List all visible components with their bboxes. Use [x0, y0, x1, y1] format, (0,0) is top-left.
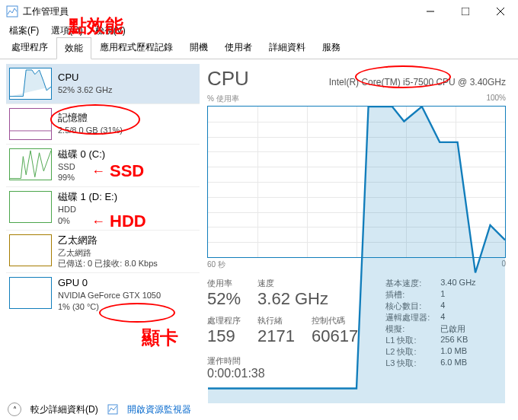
sidebar-item-ethernet[interactable]: 乙太網路 乙太網路 已傳送: 0 已接收: 8.0 Kbps — [6, 230, 200, 272]
tab-startup[interactable]: 開機 — [181, 37, 216, 59]
performance-sidebar: CPU 52% 3.62 GHz 記憶體 2.5/8.0 GB (31%) 磁碟… — [0, 59, 200, 399]
resmon-icon — [107, 404, 118, 415]
eth-title: 乙太網路 — [58, 234, 158, 247]
main-panel: CPU Intel(R) Core(TM) i5-7500 CPU @ 3.40… — [200, 59, 518, 399]
disk1-thumb — [9, 191, 52, 223]
sidebar-item-disk1[interactable]: 磁碟 1 (D: E:) HDD 0% — [6, 186, 200, 229]
tab-app-history[interactable]: 應用程式歷程記錄 — [91, 37, 181, 59]
tab-users[interactable]: 使用者 — [216, 37, 261, 59]
sidebar-item-memory[interactable]: 記憶體 2.5/8.0 GB (31%) — [6, 103, 200, 144]
disk0-sub1: SSD — [58, 161, 105, 172]
gpu-thumb — [9, 277, 52, 309]
memory-thumb — [9, 108, 52, 140]
minimize-button[interactable] — [413, 0, 448, 23]
cpu-usage-chart — [207, 106, 506, 258]
disk0-thumb — [9, 148, 52, 180]
eth-thumb — [9, 234, 52, 266]
maximize-button[interactable] — [448, 0, 483, 23]
sidebar-item-gpu0[interactable]: GPU 0 NVIDIA GeForce GTX 1050 1% (30 °C) — [6, 272, 200, 315]
tab-processes[interactable]: 處理程序 — [3, 37, 56, 59]
window-controls — [413, 0, 518, 23]
cpu-thumb — [9, 68, 52, 100]
sidebar-item-disk0[interactable]: 磁碟 0 (C:) SSD 99% — [6, 144, 200, 186]
fewer-details-toggle[interactable]: ˄ — [8, 402, 21, 416]
content-area: CPU 52% 3.62 GHz 記憶體 2.5/8.0 GB (31%) 磁碟… — [0, 59, 518, 399]
y-axis-label: % 使用率 — [207, 94, 239, 104]
gpu-sub1: NVIDIA GeForce GTX 1050 — [58, 290, 161, 301]
memory-title: 記憶體 — [58, 112, 123, 125]
disk1-sub2: 0% — [58, 215, 117, 226]
gpu-title: GPU 0 — [58, 277, 161, 290]
disk1-title: 磁碟 1 (D: E:) — [58, 191, 117, 204]
close-button[interactable] — [483, 0, 518, 23]
open-resmon-link[interactable]: 開啟資源監視器 — [127, 403, 191, 416]
cpu-sub: 52% 3.62 GHz — [58, 84, 113, 95]
disk0-title: 磁碟 0 (C:) — [58, 148, 105, 161]
svg-marker-5 — [208, 107, 505, 403]
memory-sub: 2.5/8.0 GB (31%) — [58, 125, 123, 135]
sidebar-item-cpu[interactable]: CPU 52% 3.62 GHz — [6, 64, 200, 103]
footer-bar: ˄ 較少詳細資料(D) 開啟資源監視器 — [0, 399, 518, 420]
tab-performance[interactable]: 效能 — [56, 37, 91, 59]
gpu-sub2: 1% (30 °C) — [58, 301, 161, 312]
tab-services[interactable]: 服務 — [314, 37, 349, 59]
cpu-model-name: Intel(R) Core(TM) i5-7500 CPU @ 3.40GHz — [329, 77, 506, 88]
window-title: 工作管理員 — [23, 5, 413, 18]
svg-rect-0 — [7, 6, 18, 17]
menubar: 檔案(F) 選項(O) 檢視(V) — [0, 23, 518, 38]
main-heading: CPU — [207, 67, 249, 91]
y-axis-max: 100% — [486, 94, 506, 104]
eth-sub1: 乙太網路 — [58, 247, 158, 258]
disk0-sub2: 99% — [58, 172, 105, 183]
app-icon — [6, 5, 18, 18]
eth-sub2: 已傳送: 0 已接收: 8.0 Kbps — [58, 258, 158, 269]
svg-rect-2 — [462, 8, 469, 15]
fewer-details-label[interactable]: 較少詳細資料(D) — [30, 403, 98, 416]
tab-details[interactable]: 詳細資料 — [261, 37, 314, 59]
titlebar: 工作管理員 — [0, 0, 518, 23]
tab-bar: 處理程序 效能 應用程式歷程記錄 開機 使用者 詳細資料 服務 — [0, 38, 518, 59]
cpu-title: CPU — [58, 72, 113, 84]
disk1-sub1: HDD — [58, 204, 117, 215]
